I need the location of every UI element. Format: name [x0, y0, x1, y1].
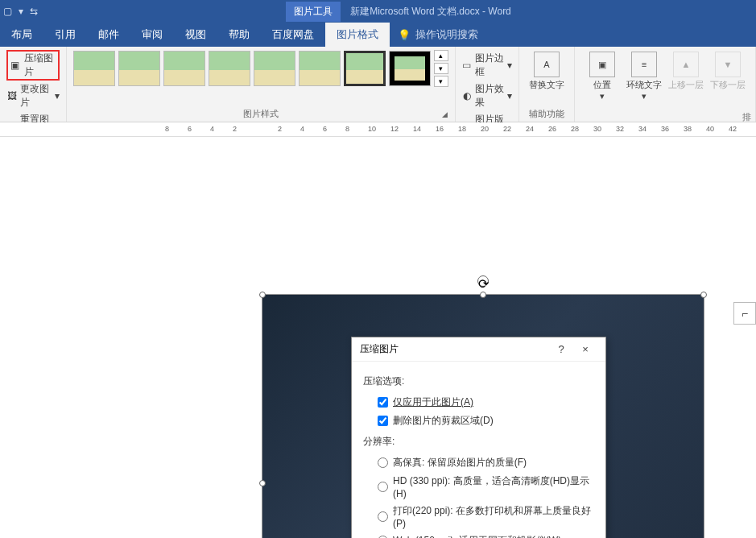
ruler-mark: 24	[526, 125, 534, 133]
ruler-mark: 32	[616, 125, 624, 133]
ruler-mark: 6	[323, 125, 327, 133]
wrap-text-icon: ≡	[631, 52, 657, 77]
dropdown-icon: ▾	[507, 60, 512, 71]
resize-handle-t[interactable]	[480, 292, 486, 298]
tab-references[interactable]: 引用	[43, 23, 87, 47]
change-picture-icon: 🖼	[6, 89, 17, 102]
qat-dropdown-icon[interactable]: ▾	[19, 6, 23, 17]
dialog-close-button[interactable]: ×	[573, 343, 597, 355]
tell-me[interactable]: 💡 操作说明搜索	[390, 27, 486, 42]
rotation-handle[interactable]: ⟳	[477, 275, 489, 287]
resize-handle-tl[interactable]	[259, 292, 266, 298]
style-thumb-2[interactable]	[118, 51, 160, 86]
document-title: 新建Microsoft Word 文档.docx - Word	[350, 5, 511, 19]
compress-pictures-dialog: 压缩图片 ? × 压缩选项: 仅应用于此图片(A) 删除图片的剪裁区域(D) 分…	[351, 337, 606, 538]
accessibility-group: A 替换文字 辅助功能	[519, 47, 575, 122]
accessibility-label: 辅助功能	[526, 106, 568, 120]
resolution-option-hd[interactable]: HD (330 ppi): 高质量，适合高清晰度(HD)显示(H)	[363, 472, 594, 502]
ribbon-tabs: 布局 引用 邮件 审阅 视图 帮助 百度网盘 图片格式 💡 操作说明搜索	[0, 23, 756, 47]
title-bar: ▢ ▾ ⇆ 图片工具 新建Microsoft Word 文档.docx - Wo…	[0, 0, 756, 23]
ruler-mark: 16	[436, 125, 444, 133]
ruler-mark: 2	[278, 125, 282, 133]
ribbon: ▣ 压缩图片 🖼 更改图片 ▾ ⟲ 重置图片 ▾ ▴ ▾ ▾	[0, 47, 756, 122]
lightbulb-icon: 💡	[398, 29, 411, 41]
picture-effects-button[interactable]: ◐ 图片效果 ▾	[462, 81, 512, 111]
horizontal-ruler[interactable]: 8642246810121416182022242628303234363840…	[0, 122, 756, 137]
position-button[interactable]: ▣ 位置 ▾	[581, 50, 623, 103]
resolution-option-hifi[interactable]: 高保真: 保留原始图片的质量(F)	[363, 453, 594, 472]
layout-options-button[interactable]: ⌐	[733, 302, 756, 325]
wrap-text-button[interactable]: ≡ 环绕文字 ▾	[623, 50, 665, 103]
ruler-mark: 4	[210, 125, 214, 133]
tab-mailings[interactable]: 邮件	[87, 23, 130, 47]
contextual-tab-label: 图片工具	[286, 2, 341, 22]
bring-forward-button[interactable]: ▲ 上移一层	[665, 50, 707, 93]
ruler-mark: 12	[390, 125, 399, 133]
delete-cropped-input[interactable]	[378, 416, 388, 426]
styles-group-label: 图片样式	[73, 106, 448, 120]
resolution-option-web[interactable]: Web (150 ppi): 适用于网页和投影仪(W)	[363, 532, 594, 538]
style-thumb-6[interactable]	[299, 51, 341, 86]
ruler-mark: 2	[233, 125, 237, 133]
ruler-mark: 34	[638, 125, 647, 133]
alt-text-icon: A	[534, 52, 560, 77]
radio-print[interactable]	[378, 511, 388, 522]
style-thumb-5[interactable]	[254, 51, 295, 86]
radio-hd[interactable]	[378, 482, 388, 492]
change-picture-button[interactable]: 🖼 更改图片 ▾	[6, 81, 60, 111]
send-backward-icon: ▼	[715, 52, 741, 77]
style-thumb-7[interactable]	[344, 51, 386, 86]
qat-save-icon[interactable]: ▢	[3, 6, 12, 17]
position-icon: ▣	[589, 52, 615, 77]
picture-styles-group: ▴ ▾ ▾ 图片样式 ◢	[67, 47, 456, 122]
ruler-mark: 38	[684, 125, 692, 133]
adjust-group: ▣ 压缩图片 🖼 更改图片 ▾ ⟲ 重置图片 ▾	[0, 47, 67, 122]
resize-handle-l[interactable]	[259, 480, 266, 486]
ruler-mark: 22	[503, 125, 511, 133]
tab-review[interactable]: 审阅	[130, 23, 174, 47]
arrange-group: ▣ 位置 ▾ ≡ 环绕文字 ▾ ▲ 上移一层 ▼ 下移一层	[575, 47, 756, 122]
ruler-mark: 42	[729, 125, 737, 133]
arrange-label: 排	[742, 111, 751, 123]
ruler-mark: 8	[345, 125, 349, 133]
ruler-mark: 10	[368, 125, 376, 133]
ruler-mark: 20	[481, 125, 489, 133]
resize-handle-tr[interactable]	[700, 292, 707, 298]
style-thumb-1[interactable]	[73, 51, 115, 86]
apply-only-checkbox[interactable]: 仅应用于此图片(A)	[363, 393, 594, 412]
dialog-titlebar[interactable]: 压缩图片 ? ×	[352, 337, 605, 362]
compress-pictures-button[interactable]: ▣ 压缩图片	[6, 50, 60, 81]
ruler-mark: 40	[706, 125, 714, 133]
send-backward-button[interactable]: ▼ 下移一层	[707, 50, 749, 93]
dialog-body: 压缩选项: 仅应用于此图片(A) 删除图片的剪裁区域(D) 分辨率: 高保真: …	[352, 362, 605, 538]
tab-picture-format[interactable]: 图片格式	[325, 23, 390, 47]
resolution-option-print[interactable]: 打印(220 ppi): 在多数打印机和屏幕上质量良好(P)	[363, 502, 594, 532]
gallery-up-icon[interactable]: ▴	[434, 50, 448, 61]
radio-hifi[interactable]	[378, 457, 388, 468]
delete-cropped-checkbox[interactable]: 删除图片的剪裁区域(D)	[363, 412, 594, 430]
tab-layout[interactable]: 布局	[0, 23, 43, 47]
ruler-mark: 14	[413, 125, 421, 133]
tab-view[interactable]: 视图	[174, 23, 217, 47]
style-thumb-3[interactable]	[163, 51, 205, 86]
compress-icon: ▣	[10, 59, 21, 72]
gallery-more-icon[interactable]: ▾	[434, 76, 448, 87]
apply-only-input[interactable]	[378, 397, 388, 408]
styles-dialog-launcher[interactable]: ◢	[442, 110, 452, 120]
picture-border-button[interactable]: ▭ 图片边框 ▾	[462, 50, 512, 81]
compression-options-label: 压缩选项:	[363, 375, 594, 388]
tab-baidu[interactable]: 百度网盘	[261, 23, 325, 47]
ruler-mark: 4	[300, 125, 304, 133]
gallery-down-icon[interactable]: ▾	[434, 63, 448, 74]
ruler-mark: 6	[188, 125, 192, 133]
tab-help[interactable]: 帮助	[217, 23, 261, 47]
dropdown-icon: ▾	[642, 91, 647, 101]
dropdown-icon: ▾	[600, 91, 605, 101]
alt-text-button[interactable]: A 替换文字	[526, 50, 568, 93]
dialog-help-button[interactable]: ?	[549, 343, 573, 355]
ruler-mark: 8	[165, 125, 169, 133]
style-thumb-8[interactable]	[389, 51, 431, 86]
qat-more-icon[interactable]: ⇆	[30, 6, 38, 17]
ruler-mark: 28	[571, 125, 579, 133]
style-thumb-4[interactable]	[209, 51, 250, 86]
